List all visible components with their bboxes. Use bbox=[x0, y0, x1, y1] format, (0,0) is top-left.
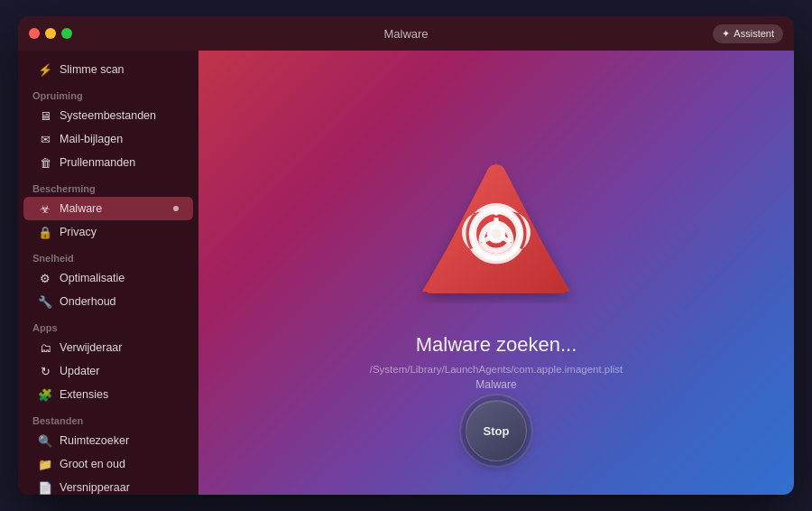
sidebar-item-onderhoud[interactable]: 🔧 Onderhoud bbox=[23, 290, 193, 313]
traffic-lights bbox=[29, 28, 72, 39]
active-indicator bbox=[173, 206, 179, 211]
sidebar-item-extensies[interactable]: 🧩 Extensies bbox=[23, 383, 193, 406]
stop-button[interactable]: Stop bbox=[466, 400, 527, 461]
extensies-icon: 🧩 bbox=[38, 387, 52, 402]
sidebar-item-label: Versnipperaar bbox=[60, 481, 130, 494]
stop-button-container: Stop bbox=[459, 394, 533, 468]
sidebar-item-label: Ruimtezoeker bbox=[60, 434, 129, 447]
assistant-button[interactable]: ✦ Assistent bbox=[713, 24, 783, 43]
onderhoud-icon: 🔧 bbox=[38, 294, 52, 309]
titlebar: Malware ✦ Assistent bbox=[18, 16, 794, 51]
verwijderaar-icon: 🗂 bbox=[38, 340, 52, 355]
sidebar-item-updater[interactable]: ↻ Updater bbox=[23, 359, 193, 383]
sidebar-item-label: Onderhoud bbox=[60, 295, 116, 308]
biohazard-triangle-svg bbox=[415, 154, 577, 303]
slimme-scan-icon: ⚡ bbox=[38, 62, 52, 77]
sidebar-item-prullenmanden[interactable]: 🗑 Prullenmanden bbox=[23, 151, 193, 174]
content-area: ⚡ Slimme scan Opruiming 🖥 Systeembestand… bbox=[18, 51, 794, 495]
sidebar-item-groot-en-oud[interactable]: 📁 Groot en oud bbox=[23, 452, 193, 476]
assistant-icon: ✦ bbox=[722, 28, 730, 40]
app-window: Malware ✦ Assistent ⚡ Slimme scan Opruim… bbox=[18, 16, 794, 495]
section-label-opruiming: Opruiming bbox=[18, 81, 198, 104]
sidebar-item-versnipperaar[interactable]: 📄 Versnipperaar bbox=[23, 476, 193, 495]
sidebar: ⚡ Slimme scan Opruiming 🖥 Systeembestand… bbox=[18, 51, 198, 495]
close-button[interactable] bbox=[29, 28, 40, 39]
minimize-button[interactable] bbox=[45, 28, 56, 39]
scan-title: Malware zoeken... bbox=[416, 333, 577, 357]
sidebar-item-label: Privacy bbox=[60, 226, 97, 238]
updater-icon: ↻ bbox=[38, 364, 52, 378]
scan-category: Malware bbox=[475, 378, 516, 391]
assistant-label: Assistent bbox=[734, 28, 774, 39]
sidebar-item-verwijderaar[interactable]: 🗂 Verwijderaar bbox=[23, 336, 193, 359]
versnipperaar-icon: 📄 bbox=[38, 480, 52, 495]
sidebar-item-slimme-scan[interactable]: ⚡ Slimme scan bbox=[23, 58, 193, 81]
sidebar-item-label: Slimme scan bbox=[60, 63, 125, 76]
sidebar-item-label: Extensies bbox=[60, 388, 108, 401]
groot-en-oud-icon: 📁 bbox=[38, 457, 52, 471]
section-label-apps: Apps bbox=[18, 313, 198, 336]
sidebar-item-label: Prullenmanden bbox=[60, 156, 135, 169]
sidebar-item-label: Optimalisatie bbox=[60, 272, 125, 284]
sidebar-item-label: Verwijderaar bbox=[60, 341, 122, 354]
privacy-icon: 🔒 bbox=[38, 225, 52, 239]
sidebar-item-label: Groot en oud bbox=[60, 458, 125, 470]
biohazard-container bbox=[415, 154, 577, 308]
window-title: Malware bbox=[383, 27, 428, 41]
prullenmanden-icon: 🗑 bbox=[38, 155, 52, 170]
sidebar-item-label: Systeembestanden bbox=[60, 109, 156, 122]
sidebar-item-label: Mail-bijlagen bbox=[60, 133, 123, 145]
maximize-button[interactable] bbox=[61, 28, 72, 39]
ruimtezoeker-icon: 🔍 bbox=[38, 433, 52, 448]
systeembestanden-icon: 🖥 bbox=[38, 108, 52, 123]
sidebar-item-optimalisatie[interactable]: ⚙ Optimalisatie bbox=[23, 266, 193, 290]
mail-bijlagen-icon: ✉ bbox=[38, 132, 52, 146]
malware-icon: ☣ bbox=[38, 201, 52, 216]
scan-path: /System/Library/LaunchAgents/com.apple.i… bbox=[370, 364, 623, 375]
section-label-bestanden: Bestanden bbox=[18, 406, 198, 429]
main-content: Malware zoeken... /System/Library/Launch… bbox=[198, 51, 794, 495]
sidebar-item-mail-bijlagen[interactable]: ✉ Mail-bijlagen bbox=[23, 127, 193, 151]
section-label-snelheid: Snelheid bbox=[18, 244, 198, 266]
section-label-bescherming: Bescherming bbox=[18, 174, 198, 197]
sidebar-item-label: Malware bbox=[60, 202, 102, 215]
sidebar-item-label: Updater bbox=[60, 365, 99, 377]
sidebar-item-systeembestanden[interactable]: 🖥 Systeembestanden bbox=[23, 104, 193, 127]
sidebar-item-malware[interactable]: ☣ Malware bbox=[23, 197, 193, 220]
optimalisatie-icon: ⚙ bbox=[38, 271, 52, 285]
sidebar-item-ruimtezoeker[interactable]: 🔍 Ruimtezoeker bbox=[23, 429, 193, 452]
sidebar-item-privacy[interactable]: 🔒 Privacy bbox=[23, 220, 193, 244]
stop-button-ring: Stop bbox=[459, 394, 533, 468]
